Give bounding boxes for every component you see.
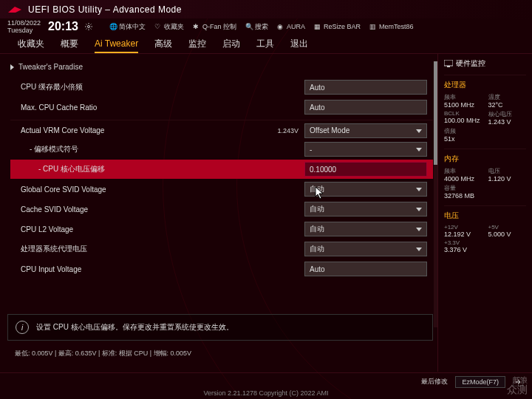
watermark: 新浪 众测 — [507, 377, 528, 395]
sb-value: 51x — [444, 135, 482, 143]
fav-icon: ♡ — [154, 23, 162, 30]
sb-value: 1.243 V — [488, 118, 527, 126]
quick-lang[interactable]: 🌐简体中文 — [106, 21, 149, 33]
setting-row[interactable]: Max. CPU Cache RatioAuto — [10, 98, 433, 117]
setting-field[interactable]: 自动 — [304, 242, 427, 256]
setting-field[interactable]: 自动 — [304, 222, 427, 236]
setting-label: CPU L2 Voltage — [16, 225, 304, 233]
field-value: 自动 — [310, 184, 324, 194]
lang-icon: 🌐 — [109, 23, 117, 30]
tab-监控[interactable]: 监控 — [188, 35, 206, 53]
scrollbar-thumb[interactable] — [434, 61, 437, 165]
date: 11/08/2022 — [7, 19, 41, 27]
quick-qfan[interactable]: ✱Q-Fan 控制 — [190, 21, 239, 33]
sb-value: 1.120 V — [488, 175, 527, 183]
sb-label: +12V — [444, 224, 482, 231]
sb-volt-header: 电压 — [444, 205, 526, 221]
sb-label: +3.3V — [444, 239, 482, 246]
scrollbar[interactable] — [434, 61, 437, 327]
sb-value: 100.00 MHz — [444, 117, 482, 124]
sb-label: 温度 — [488, 93, 527, 101]
sb-mem-header: 内存 — [444, 149, 526, 164]
section-title: Tweaker's Paradise — [18, 63, 83, 71]
setting-field[interactable]: Offset Mode — [304, 123, 427, 138]
memtest-icon: ▥ — [369, 23, 377, 30]
sb-label: 核心电压 — [488, 110, 527, 118]
quick-fav[interactable]: ♡收藏夹 — [151, 21, 187, 33]
setting-label: 处理器系统代理电压 — [16, 244, 304, 254]
field-value: Auto — [310, 103, 325, 112]
sb-value: 5.000 V — [488, 231, 527, 238]
setting-row[interactable]: CPU 缓存最小倍频Auto — [10, 78, 433, 97]
range-text: 最低: 0.005V | 最高: 0.635V | 标准: 根据 CPU | 增… — [15, 349, 191, 358]
sb-label: 容量 — [444, 184, 482, 192]
field-value: Auto — [310, 83, 325, 92]
sb-label: 频率 — [444, 93, 482, 101]
setting-row[interactable]: CPU L2 Voltage自动 — [10, 219, 433, 239]
tab-收藏夹[interactable]: 收藏夹 — [18, 35, 44, 53]
arrow-right-icon — [10, 64, 14, 70]
sb-label: BCLK — [444, 110, 482, 117]
sb-value: 3.376 V — [444, 246, 482, 253]
sb-value: 32768 MB — [444, 192, 482, 200]
version-text: Version 2.21.1278 Copyright (C) 2022 AMI — [9, 389, 523, 397]
quick-aura[interactable]: ◉AURA — [274, 22, 308, 31]
clock: 20:13 — [48, 20, 78, 33]
sb-cpu-header: 处理器 — [444, 75, 526, 90]
quick-resize[interactable]: ▦ReSize BAR — [311, 22, 364, 31]
setting-label: - CPU 核心电压偏移 — [16, 164, 304, 174]
setting-field[interactable]: 自动 — [304, 182, 427, 197]
last-modified-link[interactable]: 最后修改 — [421, 377, 448, 386]
sb-label: 频率 — [444, 167, 482, 175]
field-value: 自动 — [310, 244, 324, 254]
sb-label: 倍频 — [444, 127, 482, 135]
setting-label: Max. CPU Cache Ratio — [16, 103, 304, 112]
setting-row[interactable]: - 偏移模式符号- — [10, 140, 433, 159]
setting-field[interactable]: - — [304, 142, 427, 157]
datetime: 11/08/2022 Tuesday — [7, 19, 41, 34]
sb-value: 5100 MHz — [444, 101, 482, 109]
header-title: UEFI BIOS Utility – Advanced Mode — [28, 4, 182, 15]
resize-icon: ▦ — [314, 23, 321, 30]
field-value: 0.10000 — [310, 166, 336, 174]
field-value: 自动 — [310, 204, 324, 214]
setting-row[interactable]: 处理器系统代理电压自动 — [10, 239, 433, 259]
setting-row[interactable]: Cache SVID Voltage自动 — [10, 200, 433, 219]
setting-field[interactable]: 自动 — [304, 202, 427, 216]
sb-value: 32°C — [488, 101, 527, 109]
tab-概要[interactable]: 概要 — [61, 35, 78, 53]
quick-search[interactable]: 🔍搜索 — [242, 21, 271, 33]
aura-icon: ◉ — [277, 23, 284, 30]
quick-memtest[interactable]: ▥MemTest86 — [366, 22, 417, 31]
main-tabs: 收藏夹概要Ai Tweaker高级监控启动工具退出 — [0, 35, 532, 54]
setting-row[interactable]: Actual VRM Core Voltage1.243VOffset Mode — [10, 120, 433, 139]
tab-工具[interactable]: 工具 — [256, 35, 274, 53]
setting-field[interactable]: Auto — [304, 262, 427, 276]
setting-label: Cache SVID Voltage — [16, 205, 304, 214]
rog-logo-icon — [7, 4, 22, 15]
help-text: 设置 CPU 核心电压偏移。保存更改并重置系统使更改生效。 — [36, 322, 233, 332]
setting-label: CPU 缓存最小倍频 — [16, 82, 304, 92]
setting-label: Global Core SVID Voltage — [16, 185, 304, 194]
tab-启动[interactable]: 启动 — [222, 35, 240, 53]
ezmode-button[interactable]: EzMode(F7) — [455, 376, 505, 388]
sb-label: +5V — [488, 224, 527, 231]
tab-退出[interactable]: 退出 — [290, 35, 308, 53]
setting-field[interactable]: Auto — [304, 100, 427, 115]
setting-label: - 偏移模式符号 — [16, 144, 304, 154]
qfan-icon: ✱ — [193, 23, 200, 30]
field-value: Auto — [310, 265, 325, 273]
field-value: - — [310, 146, 312, 154]
setting-row[interactable]: CPU Input VoltageAuto — [10, 259, 433, 279]
sb-label: 电压 — [488, 167, 527, 175]
field-value: Offset Mode — [310, 126, 349, 134]
readout-value: 1.243V — [269, 127, 304, 134]
setting-row[interactable]: Global Core SVID Voltage自动 — [10, 180, 433, 199]
tab-高级[interactable]: 高级 — [154, 35, 172, 53]
setting-field[interactable]: 0.10000 — [304, 162, 427, 177]
setting-field[interactable]: Auto — [304, 80, 427, 95]
gear-icon[interactable] — [84, 22, 93, 31]
setting-row[interactable]: - CPU 核心电压偏移0.10000 — [10, 160, 433, 179]
tab-Ai Tweaker[interactable]: Ai Tweaker — [95, 35, 138, 53]
section-header[interactable]: Tweaker's Paradise — [10, 60, 433, 77]
